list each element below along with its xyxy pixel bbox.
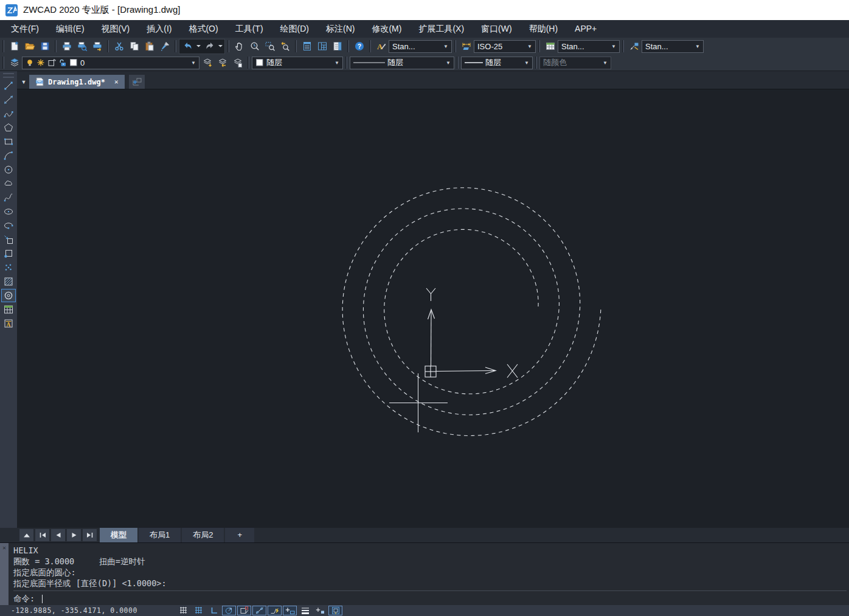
table-style-select[interactable]: Stan...▼: [558, 40, 620, 53]
menu-item-6[interactable]: 绘图(D): [272, 20, 317, 38]
lineweight-select[interactable]: 随层 ▼: [461, 57, 533, 69]
zoom-window-icon[interactable]: [262, 40, 277, 54]
next-tab-icon[interactable]: [67, 529, 81, 541]
dim-style-icon[interactable]: [459, 40, 474, 54]
polygon-tool[interactable]: [1, 121, 16, 134]
first-tab-icon[interactable]: [35, 529, 49, 541]
spline-tool[interactable]: [1, 191, 16, 204]
layer-states-icon[interactable]: [230, 56, 245, 70]
menu-item-9[interactable]: 扩展工具(X): [410, 20, 473, 38]
save-icon[interactable]: [37, 40, 52, 54]
menu-item-0[interactable]: 文件(F): [2, 20, 47, 38]
transparency-toggle-icon[interactable]: [313, 606, 327, 615]
copy-icon[interactable]: [126, 40, 142, 54]
toolbar-grip[interactable]: [3, 73, 14, 78]
arc-tool[interactable]: [1, 149, 16, 162]
menu-item-12[interactable]: APP+: [566, 20, 605, 38]
layer-plot-icon[interactable]: [47, 58, 56, 67]
menu-item-2[interactable]: 视图(V): [93, 20, 139, 38]
color-select[interactable]: 随层 ▼: [252, 57, 343, 69]
redo-dropdown-icon[interactable]: [217, 40, 224, 54]
text-style-icon[interactable]: A: [373, 40, 389, 54]
menu-item-8[interactable]: 修改(M): [363, 20, 410, 38]
print-preview-icon[interactable]: [74, 40, 89, 54]
pan-icon[interactable]: [232, 40, 247, 54]
cut-icon[interactable]: [111, 40, 126, 54]
menu-item-3[interactable]: 插入(I): [138, 20, 180, 38]
snap-toggle-icon[interactable]: [176, 606, 190, 615]
drawing-canvas[interactable]: [17, 89, 849, 528]
properties-icon[interactable]: [299, 40, 314, 54]
dynamic-ucs-toggle-icon[interactable]: [268, 606, 282, 615]
layout-tab-1[interactable]: 布局1: [139, 528, 181, 542]
tool-palettes-icon[interactable]: [330, 40, 345, 54]
cycle-select-toggle-icon[interactable]: [328, 606, 342, 615]
ellipse-tool[interactable]: [1, 205, 16, 218]
zoom-realtime-icon[interactable]: [247, 40, 262, 54]
construction-line-tool[interactable]: [1, 93, 16, 106]
paste-icon[interactable]: [142, 40, 157, 54]
menu-item-1[interactable]: 编辑(E): [47, 20, 93, 38]
menu-item-10[interactable]: 窗口(W): [473, 20, 521, 38]
layer-select[interactable]: 0 ▼: [22, 57, 199, 69]
menu-item-4[interactable]: 格式(O): [180, 20, 226, 38]
help-icon[interactable]: ?: [352, 40, 367, 54]
dynamic-input-toggle-icon[interactable]: [283, 606, 297, 615]
text-style-select[interactable]: Stan...▼: [389, 40, 452, 53]
point-tool[interactable]: [1, 261, 16, 274]
circle-tool[interactable]: [1, 163, 16, 176]
insert-block-tool[interactable]: [1, 233, 16, 246]
layer-freeze-icon[interactable]: [36, 58, 45, 67]
match-properties-icon[interactable]: [157, 40, 172, 54]
menu-item-5[interactable]: 工具(T): [227, 20, 272, 38]
line-tool[interactable]: [1, 79, 16, 92]
donut-tool[interactable]: [1, 289, 16, 302]
layer-manager-icon[interactable]: [7, 56, 22, 70]
prev-tab-icon[interactable]: [51, 529, 65, 541]
command-input[interactable]: 命令:: [13, 590, 847, 604]
design-center-icon[interactable]: [314, 40, 330, 54]
revision-cloud-tool[interactable]: [1, 177, 16, 190]
layer-on-bulb-icon[interactable]: [26, 58, 34, 67]
undo-button[interactable]: [180, 40, 195, 54]
close-icon[interactable]: ✕: [114, 78, 119, 86]
linetype-select[interactable]: 随层 ▼: [350, 57, 454, 69]
layout-tab-0[interactable]: 模型: [100, 528, 137, 542]
mleader-style-icon[interactable]: [626, 40, 642, 54]
otrack-toggle-icon[interactable]: [252, 606, 266, 615]
layer-previous-icon[interactable]: [215, 56, 230, 70]
zoom-previous-icon[interactable]: [277, 40, 293, 54]
tab-list-icon[interactable]: ▼: [18, 75, 29, 89]
lineweight-display-toggle-icon[interactable]: [298, 606, 312, 615]
rectangle-tool[interactable]: [1, 135, 16, 148]
last-tab-icon[interactable]: [83, 529, 97, 541]
polyline-tool[interactable]: [1, 107, 16, 120]
mtext-tool[interactable]: A: [1, 317, 16, 330]
new-file-icon[interactable]: [7, 40, 22, 54]
polar-toggle-icon[interactable]: [222, 606, 236, 615]
grid-toggle-icon[interactable]: [192, 606, 206, 615]
make-current-layer-icon[interactable]: [199, 56, 215, 70]
plot-icon[interactable]: [89, 40, 105, 54]
mleader-style-select[interactable]: Stan...▼: [642, 40, 704, 53]
add-layout-button[interactable]: +: [225, 528, 254, 542]
ortho-toggle-icon[interactable]: [207, 606, 221, 615]
command-window-handle[interactable]: ✕: [0, 543, 9, 605]
dim-style-select[interactable]: ISO-25▼: [474, 40, 536, 53]
make-block-tool[interactable]: [1, 247, 16, 260]
osnap-toggle-icon[interactable]: [237, 606, 251, 615]
menu-item-11[interactable]: 帮助(H): [521, 20, 566, 38]
close-icon[interactable]: ✕: [0, 544, 9, 551]
table-tool[interactable]: [1, 303, 16, 316]
command-window[interactable]: ✕ HELIX圈数 = 3.0000 扭曲=逆时针指定底面的圆心:指定底面半径或…: [0, 542, 849, 605]
table-style-icon[interactable]: [542, 40, 558, 54]
ellipse-arc-tool[interactable]: [1, 219, 16, 232]
open-icon[interactable]: [22, 40, 37, 54]
redo-button[interactable]: [202, 40, 217, 54]
print-icon[interactable]: [59, 40, 74, 54]
menu-item-7[interactable]: 标注(N): [317, 20, 363, 38]
layout-tab-2[interactable]: 布局2: [182, 528, 224, 542]
hatch-tool[interactable]: [1, 275, 16, 288]
undo-dropdown-icon[interactable]: [195, 40, 202, 54]
tabbar-expand-icon[interactable]: [19, 529, 33, 541]
